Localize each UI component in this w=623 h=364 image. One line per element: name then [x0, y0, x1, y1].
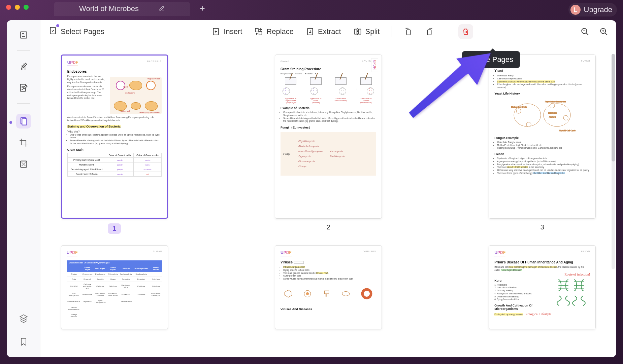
page-number: 3: [540, 223, 544, 231]
svg-rect-3: [22, 119, 27, 125]
split-button[interactable]: Split: [353, 27, 380, 36]
organize-pages-button[interactable]: [16, 114, 31, 129]
page-preview: UPDF FUNGI Yeast Unicellular FungiCell d…: [489, 54, 596, 219]
select-pages-button[interactable]: Select Pages: [48, 26, 104, 37]
extract-button[interactable]: Extract: [306, 27, 341, 36]
rotate-left-button[interactable]: [404, 27, 413, 36]
svg-point-29: [306, 292, 309, 295]
page-thumb-4[interactable]: UPDF ALGAE Characteristics Of Selected P…: [61, 245, 168, 329]
edit-tool-button[interactable]: [16, 80, 31, 95]
window-zoom-button[interactable]: [24, 5, 29, 10]
insert-label: Insert: [224, 27, 242, 36]
watermark-tool-button[interactable]: [16, 157, 31, 172]
comment-tool-button[interactable]: [16, 59, 31, 74]
active-indicator: [9, 121, 12, 124]
replace-button[interactable]: Replace: [254, 27, 294, 36]
svg-text:ASCUS: ASCUS: [549, 116, 556, 118]
page-number: 1: [108, 223, 121, 234]
main-window: Select Pages Insert Replace Extract Spli…: [7, 20, 616, 357]
page-preview: UPDF ALGAE Characteristics Of Selected P…: [61, 245, 168, 329]
page-thumb-2[interactable]: UPDF Chapter 1 BACTERIA Gram Staining Pr…: [275, 54, 382, 234]
insert-button[interactable]: Insert: [211, 27, 242, 36]
window-close-button[interactable]: [6, 5, 11, 10]
page-thumb-1[interactable]: UPDF BACTERIA Endospores Endospores are …: [61, 54, 168, 234]
scroll-thumb[interactable]: [612, 54, 615, 161]
replace-label: Replace: [266, 27, 294, 36]
page-category: FUNGI: [581, 60, 590, 62]
svg-text:Reproduction of ascospores: Reproduction of ascospores: [545, 101, 566, 103]
updf-logo: UPDF: [67, 60, 78, 66]
algae-table: Characteristics Of Selected Phyla Of Alg…: [67, 260, 162, 319]
tab-title: World of Microbes: [79, 4, 139, 13]
page-preview: UPDF VIRUSES Viruses Intracellular paras…: [275, 245, 382, 329]
page-thumb-6[interactable]: UPDF PRION Prion's Disease Of Human Inhe…: [489, 245, 596, 329]
window-minimize-button[interactable]: [15, 5, 20, 10]
account-area[interactable]: L Upgrade: [568, 3, 617, 16]
svg-rect-8: [259, 31, 262, 35]
page-number: 2: [326, 223, 330, 231]
rename-icon[interactable]: [159, 5, 165, 13]
page-thumb-3[interactable]: UPDF FUNGI Yeast Unicellular FungiCell d…: [489, 54, 596, 234]
svg-text:Diploid Cell Cycle: Diploid Cell Cycle: [511, 106, 527, 108]
rotate-right-button[interactable]: [425, 27, 434, 36]
page-category: VIRUSES: [363, 250, 376, 253]
extract-label: Extract: [318, 27, 341, 36]
document-tab[interactable]: World of Microbes: [54, 2, 190, 16]
page-preview: UPDF Chapter 1 BACTERIA Gram Staining Pr…: [275, 54, 382, 219]
page-preview: UPDF BACTERIA Endospores Endospores are …: [61, 54, 168, 219]
zoom-in-button[interactable]: [599, 27, 608, 36]
content-area: Select Pages Insert Replace Extract Spli…: [40, 20, 616, 357]
svg-text:MEIOSIS: MEIOSIS: [548, 112, 557, 114]
svg-point-21: [563, 115, 568, 120]
bookmark-button[interactable]: [16, 334, 31, 349]
crop-tool-button[interactable]: [16, 135, 31, 150]
svg-rect-11: [358, 29, 361, 34]
sidebar: [7, 20, 40, 357]
separator: [446, 26, 446, 37]
svg-point-33: [364, 291, 370, 297]
svg-point-19: [526, 122, 531, 127]
avatar: L: [570, 5, 581, 15]
svg-rect-7: [256, 28, 259, 32]
svg-text:Haploid Cell Cycle: Haploid Cell Cycle: [559, 130, 576, 132]
traffic-lights: [6, 5, 29, 10]
page-toolbar: Select Pages Insert Replace Extract Spli…: [40, 20, 616, 43]
new-tab-button[interactable]: [199, 4, 206, 14]
select-pages-label: Select Pages: [61, 27, 104, 36]
gram-stain-table: Color of Gram + cellsColor of Gram – cel…: [67, 153, 162, 177]
page-category: PRION: [581, 250, 590, 253]
page-grid: UPDF BACTERIA Endospores Endospores are …: [40, 43, 616, 357]
upgrade-label: Upgrade: [584, 5, 612, 14]
page-category: BACTERIA: [147, 60, 162, 63]
svg-point-20: [550, 103, 555, 108]
svg-rect-13: [428, 30, 431, 35]
svg-rect-10: [354, 29, 357, 34]
svg-rect-12: [407, 30, 411, 35]
reader-mode-button[interactable]: [16, 28, 31, 42]
zoom-out-button[interactable]: [581, 27, 589, 36]
layers-button[interactable]: [16, 311, 31, 326]
svg-rect-30: [324, 291, 329, 294]
page-thumb-5[interactable]: UPDF VIRUSES Viruses Intracellular paras…: [275, 245, 382, 329]
delete-pages-button[interactable]: [458, 24, 473, 39]
titlebar: World of Microbes L Upgrade: [0, 0, 623, 14]
svg-marker-27: [285, 290, 292, 297]
page-category: ALGAE: [153, 250, 162, 253]
scrollbar[interactable]: [612, 54, 615, 269]
sidebar-divider: [17, 103, 30, 104]
svg-point-18: [516, 109, 521, 113]
page-preview: UPDF PRION Prion's Disease Of Human Inhe…: [489, 245, 596, 329]
heading-endospores: Endospores: [67, 70, 162, 73]
separator: [392, 26, 392, 37]
split-label: Split: [365, 27, 380, 36]
svg-point-17: [544, 104, 570, 126]
sidebar-divider: [17, 50, 30, 51]
svg-point-31: [342, 291, 350, 296]
